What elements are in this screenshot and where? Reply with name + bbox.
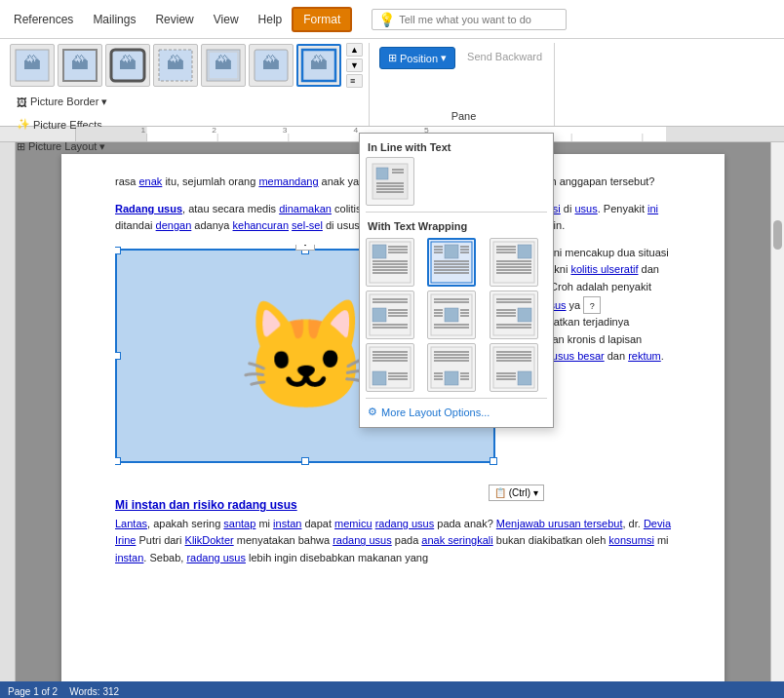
- svg-text:4: 4: [353, 127, 358, 135]
- svg-rect-96: [445, 371, 458, 385]
- menu-view[interactable]: View: [204, 9, 249, 30]
- pic-style-scroll-up[interactable]: ▲: [346, 43, 363, 57]
- pic-style-5[interactable]: 🏔: [201, 44, 246, 87]
- paragraph-4: Lantas, apakah sering santap mi instan d…: [115, 516, 671, 567]
- menu-review[interactable]: Review: [145, 9, 203, 30]
- handle-bot-right[interactable]: [490, 457, 497, 465]
- inline-tooltip[interactable]: ?: [583, 296, 601, 314]
- ribbon-group-picture-styles: 🏔 🏔 🏔 🏔 🏔 🏔 🏔 ▲ ▼ ≡: [4, 43, 370, 126]
- position-item-mid-center[interactable]: [427, 291, 476, 339]
- inline-section-title: In Line with Text: [366, 139, 547, 157]
- pic-style-1[interactable]: 🏔: [10, 44, 55, 87]
- picture-layout-icon: ⊞: [17, 140, 25, 153]
- position-item-mid-left[interactable]: [366, 291, 414, 339]
- pic-style-2[interactable]: 🏔: [58, 44, 102, 87]
- ribbon-group-arrange: ⊞ Position ▾ Send Backward Pane In Line …: [370, 43, 555, 126]
- send-backward-button[interactable]: Send Backward: [461, 47, 548, 66]
- position-item-bot-right[interactable]: [490, 343, 538, 392]
- svg-text:🏔: 🏔: [71, 54, 89, 73]
- svg-rect-24: [372, 245, 386, 258]
- pic-style-scroll-down[interactable]: ▼: [346, 58, 363, 72]
- vertical-ruler: [0, 142, 16, 681]
- svg-text:1: 1: [141, 127, 146, 135]
- arrange-row: ⊞ Position ▾ Send Backward: [379, 47, 548, 102]
- position-item-top-center[interactable]: [427, 238, 476, 287]
- picture-border-button[interactable]: 🖼 Picture Border ▾: [10, 92, 363, 112]
- svg-rect-16: [376, 168, 388, 179]
- handle-bot-left[interactable]: [115, 457, 121, 465]
- svg-rect-57: [372, 308, 386, 322]
- ribbon: 🏔 🏔 🏔 🏔 🏔 🏔 🏔 ▲ ▼ ≡: [0, 39, 784, 127]
- position-dropdown-arrow: ▾: [441, 52, 447, 64]
- svg-text:2: 2: [212, 127, 216, 135]
- status-bar: Page 1 of 2 Words: 312: [0, 681, 784, 698]
- pic-style-3[interactable]: 🏔: [105, 44, 150, 87]
- image-placeholder: 🐱: [239, 302, 372, 409]
- handle-mid-left[interactable]: [115, 352, 121, 360]
- position-icon: ⊞: [388, 52, 397, 64]
- picture-border-icon: 🖼: [17, 97, 27, 108]
- ctrl-text: (Ctrl): [509, 487, 530, 498]
- pic-style-6[interactable]: 🏔: [249, 44, 294, 87]
- word-count: Page 1 of 2: [8, 686, 58, 697]
- position-dropdown-panel: In Line with Text With: [359, 133, 554, 428]
- word-count-label: Words: 312: [69, 686, 119, 697]
- pic-style-4[interactable]: 🏔: [153, 44, 198, 87]
- position-item-top-right[interactable]: [490, 238, 538, 287]
- handle-bot-center[interactable]: [301, 457, 309, 465]
- svg-rect-66: [445, 308, 458, 322]
- svg-text:🏔: 🏔: [215, 54, 232, 73]
- svg-text:🏔: 🏔: [23, 54, 41, 73]
- search-box: 💡: [372, 9, 567, 30]
- svg-rect-117: [76, 127, 147, 141]
- menu-mailings[interactable]: Mailings: [83, 9, 145, 30]
- settings-icon: ⚙: [368, 406, 377, 418]
- pane-button[interactable]: Pane: [445, 106, 484, 126]
- svg-text:🏔: 🏔: [310, 54, 328, 73]
- ctrl-badge[interactable]: 📋 (Ctrl) ▾: [489, 485, 544, 501]
- wrap-section-title: With Text Wrapping: [366, 216, 547, 238]
- svg-text:3: 3: [283, 127, 288, 135]
- document-heading: Mi instan dan risiko radang usus: [115, 498, 671, 512]
- svg-text:🏔: 🏔: [167, 54, 184, 73]
- svg-rect-118: [666, 127, 784, 141]
- image-move-handle[interactable]: ✥: [295, 245, 315, 251]
- svg-text:🏔: 🏔: [262, 54, 280, 73]
- ctrl-icon: 📋: [494, 487, 506, 498]
- position-button[interactable]: ⊞ Position ▾: [379, 47, 455, 69]
- dropdown-divider-1: [366, 212, 547, 213]
- menu-format[interactable]: Format: [292, 7, 352, 32]
- vertical-scrollbar[interactable]: [770, 142, 784, 681]
- position-item-bot-center[interactable]: [427, 343, 476, 392]
- picture-effects-icon: ✨: [17, 118, 30, 131]
- svg-rect-87: [372, 371, 386, 385]
- svg-rect-47: [518, 245, 531, 258]
- lightbulb-icon: 💡: [378, 12, 395, 27]
- svg-rect-108: [518, 371, 531, 385]
- scrollbar-thumb[interactable]: [773, 220, 782, 250]
- svg-text:🏔: 🏔: [119, 54, 137, 73]
- pic-style-7[interactable]: 🏔: [296, 44, 341, 87]
- handle-top-left[interactable]: [115, 247, 121, 254]
- position-inline-item[interactable]: [366, 157, 414, 206]
- svg-rect-34: [445, 245, 458, 258]
- position-item-bot-left[interactable]: [366, 343, 414, 392]
- position-wrap-grid: [366, 238, 547, 392]
- position-item-mid-right[interactable]: [490, 291, 538, 339]
- position-item-top-left[interactable]: [366, 238, 414, 287]
- pic-style-more[interactable]: ≡: [346, 74, 363, 88]
- menu-help[interactable]: Help: [249, 9, 293, 30]
- picture-styles-row: 🏔 🏔 🏔 🏔 🏔 🏔 🏔 ▲ ▼ ≡: [10, 43, 363, 88]
- svg-rect-78: [518, 308, 531, 322]
- dropdown-divider-2: [366, 398, 547, 399]
- menu-bar: References Mailings Review View Help For…: [0, 0, 784, 39]
- menu-references[interactable]: References: [4, 9, 83, 30]
- more-layout-options[interactable]: ⚙ More Layout Options...: [366, 403, 547, 421]
- search-input[interactable]: [399, 14, 560, 25]
- ctrl-arrow: ▾: [533, 487, 538, 498]
